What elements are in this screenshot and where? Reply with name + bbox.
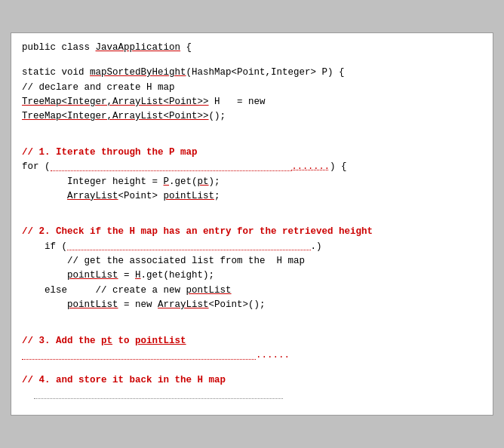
line-1: public class JavaApplication { xyxy=(22,41,482,55)
blank-5 xyxy=(22,214,482,225)
line-height: Integer height = P.get(pt); xyxy=(22,175,482,189)
line-comment-4: // 4. and store it back in the H map xyxy=(22,373,482,388)
line-comment-2: // 2. Check if the H map has an entry fo… xyxy=(22,225,482,239)
line-comment-3: // 3. Add the pt to pointList xyxy=(22,334,482,348)
line-if: if ( .) xyxy=(22,240,482,254)
line-for: for ( .......) { xyxy=(22,160,482,174)
line-4: TreeMap<Integer,ArrayList<Point>> H = ne… xyxy=(22,95,482,109)
line-2: static void mapSortedByHeight(HashMap<Po… xyxy=(22,66,482,80)
blank-4 xyxy=(22,204,482,214)
line-arraylist: ArrayList<Point> pointList; xyxy=(22,189,482,204)
line-3: // declare and create H map xyxy=(22,81,482,95)
line-pointlist-get: pointList = H.get(height); xyxy=(22,268,482,283)
line-blank-3: ...... xyxy=(22,348,482,363)
blank-3 xyxy=(22,135,482,146)
blank-7 xyxy=(22,324,482,334)
blank-6 xyxy=(22,313,482,324)
line-comment-1: // 1. Iterate through the P map xyxy=(22,146,482,160)
blank-1 xyxy=(22,55,482,66)
line-5: TreeMap<Integer,ArrayList<Point>>(); xyxy=(22,109,482,124)
line-new-arraylist: pointList = new ArrayList<Point>(); xyxy=(22,298,482,312)
blank-2 xyxy=(22,124,482,135)
line-else: else // create a new pontList xyxy=(22,284,482,298)
blank-8 xyxy=(22,363,482,373)
line-blank-4 xyxy=(22,388,482,403)
line-get-list: // get the associated list from the H ma… xyxy=(22,254,482,268)
code-editor: public class JavaApplication { static vo… xyxy=(11,32,493,416)
